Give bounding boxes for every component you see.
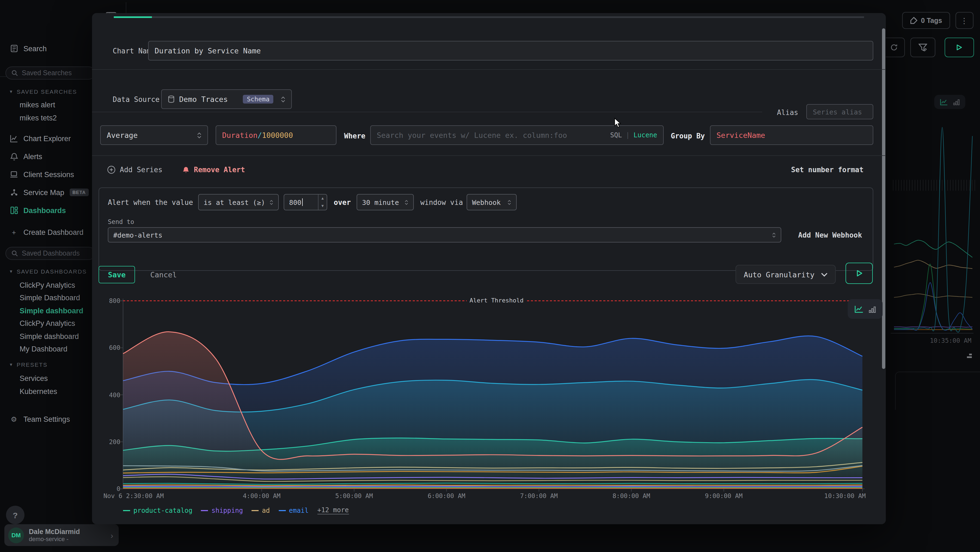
field-input[interactable]: Duration/1000000 — [216, 125, 336, 145]
saved-dashboard-item[interactable]: ClickPy Analytics — [20, 317, 75, 329]
resize-handle-2 — [969, 354, 972, 355]
legend-item[interactable]: email — [278, 506, 309, 514]
user-name: Dale McDiarmid — [29, 528, 80, 536]
add-series-button[interactable]: Add Series — [107, 166, 162, 174]
saved-search-item[interactable]: mikes tets2 — [20, 112, 57, 124]
search-doc-icon — [10, 45, 18, 53]
lucene-option[interactable]: Lucene — [633, 131, 657, 139]
sidebar-item-label: Search — [24, 45, 47, 53]
alert-window-select[interactable]: 30 minute — [356, 194, 414, 211]
query-language-toggle[interactable]: SQL | Lucene — [610, 131, 657, 139]
chart-type-toggle[interactable] — [848, 299, 883, 319]
set-number-format-button[interactable]: Set number format — [791, 166, 864, 174]
send-to-label: Send to — [108, 218, 134, 226]
legend-swatch — [278, 510, 286, 511]
resize-handle[interactable] — [967, 356, 972, 358]
modal-scrollbar[interactable] — [882, 28, 885, 369]
number-stepper[interactable]: ▲▼ — [318, 195, 327, 210]
aggregation-select[interactable]: Average — [100, 125, 208, 145]
legend-item[interactable]: ad — [251, 506, 270, 514]
sidebar-item-alerts[interactable]: Alerts — [0, 150, 94, 163]
alert-condition-select[interactable]: is at least (≥) — [198, 194, 279, 211]
alert-channel-select[interactable]: Webhook — [466, 194, 517, 211]
legend-item[interactable]: +12 more — [317, 506, 349, 514]
app-root: ⚡ HyperDX Simple dashboard 0 Tags ⋮ Sear… — [0, 0, 980, 552]
select-chevrons-icon — [281, 96, 285, 102]
chart-name-input[interactable]: Duration by Service Name — [148, 41, 873, 61]
select-chevrons-icon — [772, 232, 776, 237]
modal-divider-3 — [92, 155, 886, 156]
modal-divider-1 — [92, 69, 886, 70]
remove-alert-button[interactable]: Remove Alert — [182, 166, 245, 174]
saved-dashboard-item[interactable]: Simple dashboard — [20, 330, 79, 342]
bar-chart-icon — [953, 99, 960, 105]
modal-divider-2 — [92, 112, 762, 112]
sidebar-item-client-sessions[interactable]: Client Sessions — [0, 168, 94, 181]
run-chart-button[interactable] — [846, 263, 873, 284]
chevron-down-icon — [821, 272, 827, 276]
x-tick: Nov 6 2:30:00 AM — [103, 492, 164, 500]
saved-searches-placeholder: Saved Searches — [22, 69, 72, 77]
saved-searches-input[interactable]: Saved Searches — [5, 67, 95, 80]
add-new-webhook-button[interactable]: Add New Webhook — [798, 231, 862, 239]
sidebar-item-search[interactable]: Search — [0, 42, 94, 55]
select-chevrons-icon — [269, 200, 273, 204]
chevron-down-icon: ▾ — [10, 269, 13, 274]
sidebar: Search Saved Searches ▾ SAVED SEARCHES m… — [0, 0, 94, 552]
user-card[interactable]: DM Dale McDiarmid demo-service - › — [4, 524, 119, 546]
user-info: Dale McDiarmid demo-service - — [29, 528, 80, 542]
field-op: / — [258, 131, 262, 139]
legend-swatch — [201, 510, 208, 511]
progress-fill — [114, 16, 152, 18]
create-dashboard-button[interactable]: + Create Dashboard — [0, 226, 94, 239]
avatar: DM — [8, 527, 24, 543]
saved-dashboard-item[interactable]: ClickPy Analytics — [20, 279, 75, 291]
chart-type-toggle-bg[interactable] — [934, 95, 965, 109]
preset-item[interactable]: Kubernetes — [20, 385, 57, 397]
sidebar-item-team-settings[interactable]: ⚙ Team Settings — [0, 413, 94, 426]
legend-item[interactable]: shipping — [201, 506, 243, 514]
sidebar-item-dashboards[interactable]: Dashboards — [0, 204, 94, 217]
sidebar-item-service-map[interactable]: Service Map BETA — [0, 186, 94, 199]
help-button[interactable]: ? — [6, 506, 24, 524]
saved-dashboards-placeholder: Saved Dashboards — [22, 250, 80, 257]
progress-bar — [114, 16, 864, 18]
legend-item[interactable]: product-catalog — [123, 506, 192, 514]
presets-header[interactable]: ▾ PRESETS — [10, 361, 48, 368]
preset-item[interactable]: Services — [20, 372, 48, 384]
tags-label: 0 Tags — [921, 17, 942, 24]
select-chevrons-icon — [404, 200, 408, 204]
saved-dashboard-item[interactable]: Simple dashboard — [20, 305, 83, 317]
sidebar-item-chart-explorer[interactable]: Chart Explorer — [0, 132, 94, 145]
line-chart — [103, 298, 868, 503]
granularity-select[interactable]: Auto Granularity — [735, 265, 836, 284]
bar-chart-icon — [869, 305, 876, 313]
where-label: Where — [344, 132, 365, 140]
y-tick: 800 — [103, 297, 120, 305]
tags-button[interactable]: 0 Tags — [902, 12, 950, 29]
group-by-input[interactable]: ServiceName — [710, 125, 873, 145]
edit-chart-modal: Chart Name Duration by Service Name Data… — [92, 13, 886, 524]
saved-dashboard-item[interactable]: Simple Dashboard — [20, 292, 80, 304]
play-icon — [856, 270, 863, 277]
more-menu-button[interactable]: ⋮ — [956, 12, 974, 29]
saved-dashboards-header[interactable]: ▾ SAVED DASHBOARDS — [10, 268, 87, 274]
x-tick: 8:00:00 AM — [612, 492, 650, 500]
line-chart-icon — [940, 98, 948, 105]
data-source-select[interactable]: Demo Traces Schema — [161, 89, 292, 109]
cancel-button[interactable]: Cancel — [146, 266, 181, 283]
save-button[interactable]: Save — [99, 266, 135, 283]
saved-dashboards-input[interactable]: Saved Dashboards — [5, 247, 95, 260]
chart-area: Alert Threshold 8006004002000 Nov 6 2:30… — [103, 298, 868, 519]
alert-over-label: over — [334, 198, 351, 206]
webhook-select[interactable]: #demo-alerts — [108, 227, 781, 242]
alias-input[interactable]: Series alias — [806, 104, 873, 119]
chevron-right-icon: › — [111, 530, 113, 540]
background-dashboard: 10:35:00 AM — [886, 36, 980, 552]
saved-dashboard-item[interactable]: My Dashboard — [20, 343, 67, 355]
sql-option[interactable]: SQL — [610, 131, 622, 139]
saved-search-item[interactable]: mikes alert — [20, 99, 55, 111]
alert-threshold-input[interactable]: 800 ▲▼ — [284, 194, 327, 211]
saved-searches-header[interactable]: ▾ SAVED SEARCHES — [10, 88, 77, 95]
background-panel-edge — [895, 372, 980, 410]
